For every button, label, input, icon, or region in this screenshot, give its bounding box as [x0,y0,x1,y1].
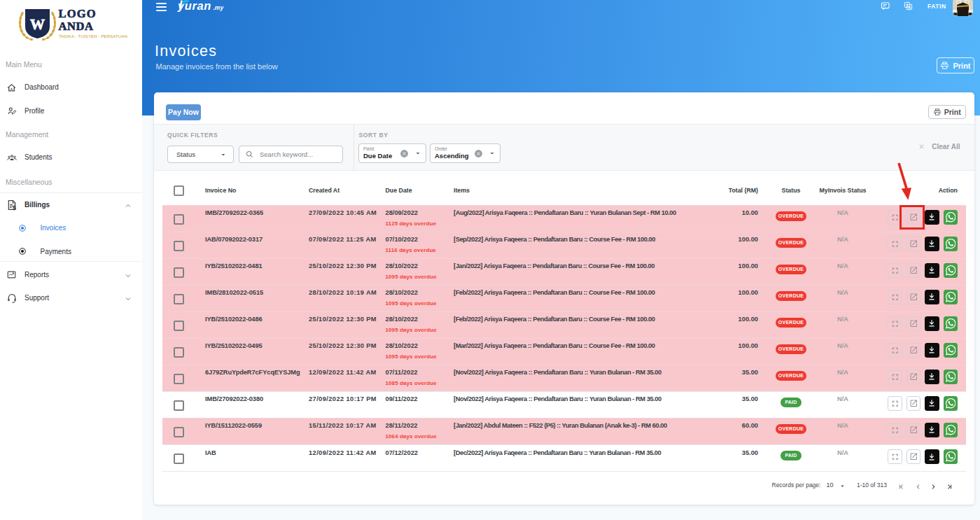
svg-text:TADIKA - TUISYEN - PERSATUAN: TADIKA - TUISYEN - PERSATUAN [59,34,127,38]
svg-text:A: A [909,6,911,10]
svg-text:ANDA: ANDA [59,20,94,33]
svg-text:.my: .my [214,4,225,11]
svg-text:LOGO: LOGO [59,7,97,20]
svg-text:$: $ [13,204,16,211]
svg-text:W: W [30,16,45,33]
